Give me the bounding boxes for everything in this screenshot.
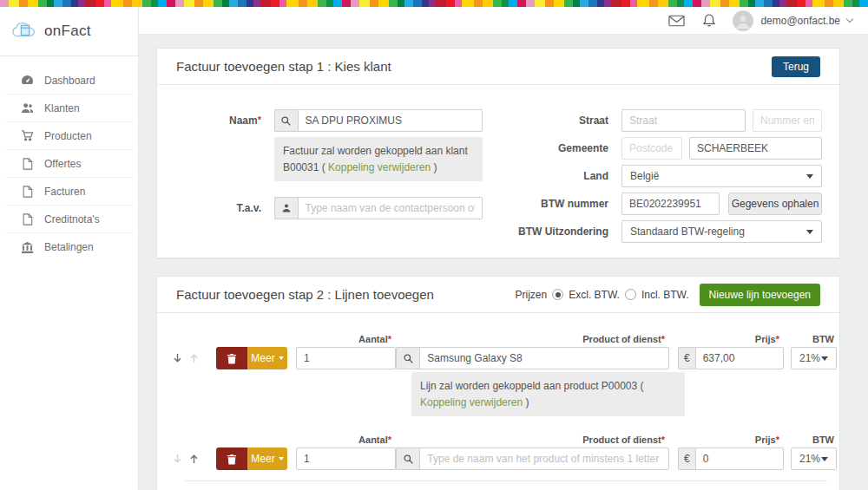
step1-title: Factuur toevoegen stap 1 : Kies klant xyxy=(176,59,391,74)
excl-btw-radio[interactable] xyxy=(552,289,563,300)
brand-rainbow-strip xyxy=(0,0,868,7)
user-menu[interactable]: demo@onfact.be xyxy=(733,10,852,31)
gemeente-label: Gemeente xyxy=(496,142,621,154)
logo-text: onFact xyxy=(44,23,91,40)
nummer-input[interactable] xyxy=(753,109,822,132)
sidebar-item-label: Offertes xyxy=(44,158,81,170)
klant-koppeling-note: Factuur zal worden gekoppeld aan klant B… xyxy=(274,137,483,181)
sidebar-item-offertes[interactable]: Offertes xyxy=(5,150,133,178)
sidebar-item-klanten[interactable]: Klanten xyxy=(5,95,133,122)
land-select[interactable]: België xyxy=(621,165,822,187)
prijzen-toggle: Prijzen Excl. BTW. Incl. BTW. xyxy=(516,289,689,301)
gegevens-ophalen-button[interactable]: Gegevens ophalen xyxy=(728,193,822,215)
file-icon xyxy=(21,158,34,170)
product-column-label: Product of dienst* xyxy=(396,434,669,445)
bank-icon xyxy=(21,242,34,253)
move-down-icon[interactable] xyxy=(173,454,182,464)
contactpersoon-input[interactable] xyxy=(298,197,483,219)
move-up-icon[interactable] xyxy=(189,353,199,363)
cart-icon xyxy=(21,130,34,141)
move-down-icon[interactable] xyxy=(173,353,182,363)
naam-label: Naam* xyxy=(178,114,274,127)
mail-icon[interactable] xyxy=(660,15,693,27)
sidebar-item-label: Producten xyxy=(44,130,92,142)
straat-input[interactable] xyxy=(621,109,746,132)
euro-icon: € xyxy=(678,448,695,470)
sidebar-item-label: Facturen xyxy=(44,186,85,198)
aantal-column-label: Aantal* xyxy=(296,334,396,344)
chevron-down-icon xyxy=(806,174,813,179)
sidebar: onFact Dashboard Klanten Producten Offer… xyxy=(0,7,139,490)
tav-label: T.a.v. xyxy=(178,202,274,214)
meer-button[interactable]: Meer xyxy=(247,448,287,470)
sidebar-item-label: Creditnota's xyxy=(44,213,100,225)
search-icon xyxy=(396,347,419,369)
move-up-icon[interactable] xyxy=(189,454,199,464)
sidebar-item-label: Dashboard xyxy=(44,75,95,87)
step1-left-column: Naam* Factuur zal worden gekoppeld aan k… xyxy=(178,109,496,248)
btw-select[interactable]: 21% xyxy=(791,448,837,470)
btw-column-label: BTW xyxy=(791,334,837,344)
delete-line-button[interactable] xyxy=(216,347,247,369)
gemeente-input[interactable] xyxy=(689,137,822,160)
land-label: Land xyxy=(496,170,621,182)
aantal-input[interactable] xyxy=(296,448,396,470)
bell-icon[interactable] xyxy=(693,13,726,28)
koppeling-verwijderen-link[interactable]: Koppeling verwijderen xyxy=(420,396,523,408)
product-input[interactable] xyxy=(419,448,669,470)
line2-column-labels: Aantal* Product of dienst* Prijs* BTW xyxy=(173,434,839,445)
step1-header: Factuur toevoegen stap 1 : Kies klant Te… xyxy=(157,49,839,85)
meer-button[interactable]: Meer xyxy=(247,347,287,369)
sidebar-item-facturen[interactable]: Facturen xyxy=(5,178,133,206)
invoice-lines: Aantal* Product of dienst* Prijs* BTW Me… xyxy=(157,313,839,481)
klant-naam-input[interactable] xyxy=(298,109,483,132)
file-icon xyxy=(21,186,34,198)
step1-panel: Factuur toevoegen stap 1 : Kies klant Te… xyxy=(156,48,840,258)
euro-icon: € xyxy=(678,347,695,369)
btw-select[interactable]: 21% xyxy=(791,347,837,369)
btw-nummer-input[interactable] xyxy=(621,193,720,215)
nieuwe-lijn-button[interactable]: Nieuwe lijn toevoegen xyxy=(700,284,820,306)
back-button[interactable]: Terug xyxy=(772,56,820,77)
chevron-down-icon xyxy=(279,356,284,360)
line-divider xyxy=(185,480,827,481)
invoice-line-1: Meer € 21% xyxy=(173,347,839,369)
product-koppeling-note: Lijn zal worden gekoppeld aan product P0… xyxy=(411,372,685,416)
chevron-down-icon xyxy=(806,230,813,234)
step2-title: Factuur toevoegen stap 2 : Lijnen toevoe… xyxy=(176,287,434,302)
prijs-input[interactable] xyxy=(695,347,784,369)
delete-line-button[interactable] xyxy=(216,448,247,470)
sidebar-item-betalingen[interactable]: Betalingen xyxy=(5,233,133,261)
incl-btw-label[interactable]: Incl. BTW. xyxy=(641,289,689,301)
sidebar-item-producten[interactable]: Producten xyxy=(5,122,133,150)
step1-body: Naam* Factuur zal worden gekoppeld aan k… xyxy=(157,85,839,248)
btw-uitzondering-label: BTW Uitzondering xyxy=(496,225,621,238)
step2-header: Factuur toevoegen stap 2 : Lijnen toevoe… xyxy=(157,277,839,313)
straat-label: Straat xyxy=(496,114,621,127)
incl-btw-radio[interactable] xyxy=(625,289,636,300)
btw-uitzondering-select[interactable]: Standaard BTW-regeling xyxy=(621,220,822,243)
sidebar-item-label: Klanten xyxy=(44,102,80,114)
chevron-down-icon xyxy=(279,457,284,461)
product-input[interactable] xyxy=(419,347,669,369)
app-logo[interactable]: onFact xyxy=(0,7,138,56)
koppeling-verwijderen-link[interactable]: Koppeling verwijderen xyxy=(328,161,431,173)
users-icon xyxy=(21,102,34,114)
dashboard-icon xyxy=(21,75,34,86)
search-icon xyxy=(396,448,419,470)
sidebar-item-label: Betalingen xyxy=(44,241,94,253)
prijs-input[interactable] xyxy=(695,448,784,470)
aantal-input[interactable] xyxy=(296,347,396,369)
aantal-column-label: Aantal* xyxy=(296,434,396,445)
sidebar-item-creditnotas[interactable]: Creditnota's xyxy=(5,206,133,233)
sidebar-item-dashboard[interactable]: Dashboard xyxy=(5,67,133,95)
postcode-input[interactable] xyxy=(621,137,682,160)
file-icon xyxy=(21,213,34,225)
chevron-down-icon xyxy=(821,457,828,461)
chevron-down-icon xyxy=(846,16,853,23)
sidebar-menu: Dashboard Klanten Producten Offertes Fac… xyxy=(0,56,138,261)
user-email: demo@onfact.be xyxy=(760,15,840,27)
excl-btw-label[interactable]: Excl. BTW. xyxy=(569,289,620,301)
top-bar: demo@onfact.be xyxy=(139,7,868,35)
step1-right-column: Straat Gemeente Land België BTW nummer G… xyxy=(496,109,831,248)
